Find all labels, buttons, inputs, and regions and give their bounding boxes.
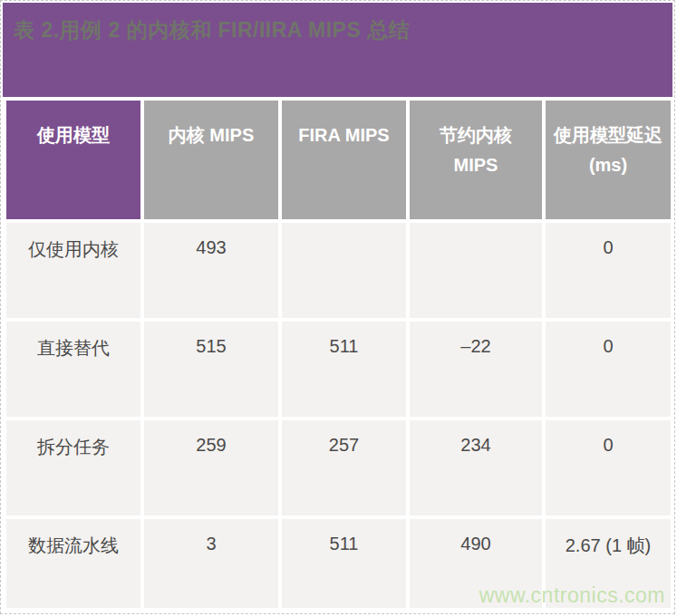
- cell-latency: 0: [546, 420, 671, 515]
- cell-fira-mips: 511: [282, 322, 406, 417]
- table-row: 直接替代 515 511 –22 0: [6, 322, 671, 417]
- cell-saved-kernel-mips: 234: [410, 420, 542, 515]
- cell-saved-kernel-mips: –22: [410, 322, 542, 417]
- page-title: 表 2.用例 2 的内核和 FIR/IIRA MIPS 总结: [14, 16, 672, 44]
- site-watermark: www.cntronics.com: [479, 583, 665, 608]
- cell-kernel-mips: 493: [144, 223, 278, 318]
- cell-usage-model: 直接替代: [6, 322, 140, 417]
- cell-usage-model: 仅使用内核: [6, 223, 140, 318]
- cell-fira-mips: 257: [282, 420, 406, 515]
- table-title-banner: 表 2.用例 2 的内核和 FIR/IIRA MIPS 总结: [3, 3, 672, 97]
- cell-usage-model: 数据流水线: [6, 519, 140, 608]
- cell-saved-kernel-mips: [410, 223, 542, 318]
- cell-latency: 0: [546, 223, 671, 318]
- page: 表 2.用例 2 的内核和 FIR/IIRA MIPS 总结 使用模型 内核 M…: [0, 0, 675, 614]
- cell-kernel-mips: 259: [144, 420, 278, 515]
- cell-kernel-mips: 515: [144, 322, 278, 417]
- cell-fira-mips: [282, 223, 406, 318]
- cell-kernel-mips: 3: [144, 519, 278, 608]
- table-row: 仅使用内核 493 0: [6, 223, 671, 318]
- cell-fira-mips: 511: [282, 519, 406, 608]
- cell-latency: 0: [546, 322, 671, 417]
- mips-summary-table: 使用模型 内核 MIPS FIRA MIPS 节约内核 MIPS 使用模型延迟 …: [3, 97, 674, 611]
- cell-usage-model: 拆分任务: [6, 420, 140, 515]
- column-header-kernel-mips: 内核 MIPS: [144, 101, 278, 219]
- header-row: 使用模型 内核 MIPS FIRA MIPS 节约内核 MIPS 使用模型延迟 …: [6, 101, 671, 219]
- column-header-latency: 使用模型延迟 (ms): [546, 101, 671, 219]
- table-row: 拆分任务 259 257 234 0: [6, 420, 671, 515]
- column-header-usage-model: 使用模型: [6, 101, 140, 219]
- column-header-fira-mips: FIRA MIPS: [282, 101, 406, 219]
- column-header-saved-kernel-mips: 节约内核 MIPS: [410, 101, 542, 219]
